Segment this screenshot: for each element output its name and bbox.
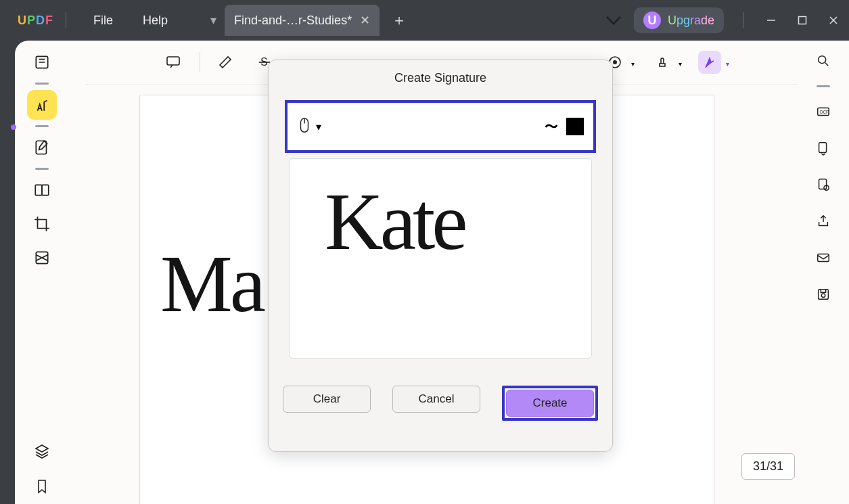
divider	[743, 12, 743, 28]
input-mode-dropdown[interactable]: ▾	[297, 117, 321, 136]
svg-text:OCR: OCR	[820, 110, 830, 114]
upgrade-label: Upgrade	[668, 14, 714, 28]
chevron-down-icon: ▾	[316, 120, 321, 133]
svg-rect-2	[36, 141, 46, 154]
window-minimize-button[interactable]	[756, 7, 787, 34]
crop-button[interactable]	[27, 209, 57, 239]
stroke-color-swatch[interactable]	[566, 118, 584, 135]
svg-point-14	[821, 294, 825, 298]
rail-separator	[817, 85, 830, 87]
drawn-signature: Kate	[325, 175, 465, 269]
svg-rect-10	[819, 179, 827, 189]
menu-help[interactable]: Help	[143, 14, 168, 28]
new-tab-button[interactable]: ＋	[384, 5, 415, 36]
search-button[interactable]	[810, 47, 837, 74]
svg-point-18	[613, 60, 617, 64]
upgrade-button[interactable]: U Upgrade	[634, 7, 724, 33]
document-area: S ▾ ▾ ▾ Ma 31/31 Create Signature ▾ 〜	[85, 41, 798, 504]
create-signature-dialog: Create Signature ▾ 〜 Kate Clear Cancel C…	[268, 60, 613, 452]
signature-tool-row: ▾ 〜	[285, 100, 596, 153]
tabs-chevron-icon[interactable]	[600, 7, 627, 34]
svg-rect-3	[35, 185, 42, 195]
create-button[interactable]: Create	[506, 390, 594, 417]
stroke-thickness-button[interactable]: 〜	[545, 118, 558, 136]
left-rail	[15, 47, 69, 504]
titlebar: UPDF File Help ▾ Find-and-…r-Studies* ✕ …	[0, 0, 849, 41]
cancel-button[interactable]: Cancel	[392, 386, 480, 413]
create-button-highlight: Create	[502, 386, 598, 421]
dialog-buttons: Clear Cancel Create	[283, 386, 598, 421]
toolbar-separator	[200, 52, 200, 72]
highlighter-button[interactable]	[215, 51, 238, 74]
reader-mode-button[interactable]	[27, 47, 57, 77]
rail-separator	[35, 125, 49, 127]
dialog-title: Create Signature	[394, 71, 486, 85]
edit-mode-button[interactable]	[27, 133, 57, 162]
redact-button[interactable]	[27, 243, 57, 273]
comment-button[interactable]	[162, 51, 185, 74]
app-logo: UPDF	[18, 14, 53, 28]
rail-separator	[35, 83, 49, 85]
existing-handwriting: Ma	[160, 237, 263, 331]
share-button[interactable]	[810, 208, 837, 235]
save-button[interactable]	[810, 281, 837, 308]
upgrade-badge: U	[643, 12, 661, 29]
signature-button[interactable]: ▾	[698, 51, 721, 74]
svg-rect-0	[799, 17, 806, 24]
page-organizer-button[interactable]	[27, 175, 57, 205]
svg-rect-9	[819, 143, 827, 153]
tab-active[interactable]: Find-and-…r-Studies* ✕	[225, 5, 380, 36]
email-button[interactable]	[810, 244, 837, 271]
app-surface: OCR S ▾ ▾ ▾ Ma 31/31 Create Signature	[15, 41, 849, 504]
right-rail: OCR	[804, 47, 842, 504]
svg-rect-15	[167, 57, 179, 65]
rail-separator	[35, 168, 49, 170]
ocr-button[interactable]: OCR	[810, 98, 837, 125]
tab-strip: ▾ Find-and-…r-Studies* ✕ ＋	[203, 0, 415, 41]
menu-file[interactable]: File	[93, 14, 113, 28]
clear-button[interactable]: Clear	[283, 386, 371, 413]
svg-rect-4	[42, 185, 49, 195]
window-close-button[interactable]	[818, 7, 849, 34]
svg-point-6	[819, 56, 826, 64]
signature-canvas[interactable]: Kate	[289, 158, 592, 359]
tab-list-dropdown[interactable]: ▾	[203, 5, 223, 36]
page-indicator[interactable]: 31/31	[741, 453, 795, 480]
svg-rect-12	[818, 254, 829, 262]
protect-button[interactable]	[810, 171, 837, 198]
close-icon[interactable]: ✕	[360, 13, 370, 28]
annotate-mode-button[interactable]	[27, 90, 57, 120]
layers-icon[interactable]	[34, 443, 50, 462]
left-rail-bottom	[15, 443, 69, 497]
bookmark-icon[interactable]	[34, 478, 50, 497]
tab-title: Find-and-…r-Studies*	[234, 14, 352, 28]
stamp-dropdown[interactable]: ▾	[651, 51, 674, 74]
divider	[66, 12, 66, 28]
window-maximize-button[interactable]	[787, 7, 818, 34]
convert-button[interactable]	[810, 135, 837, 162]
